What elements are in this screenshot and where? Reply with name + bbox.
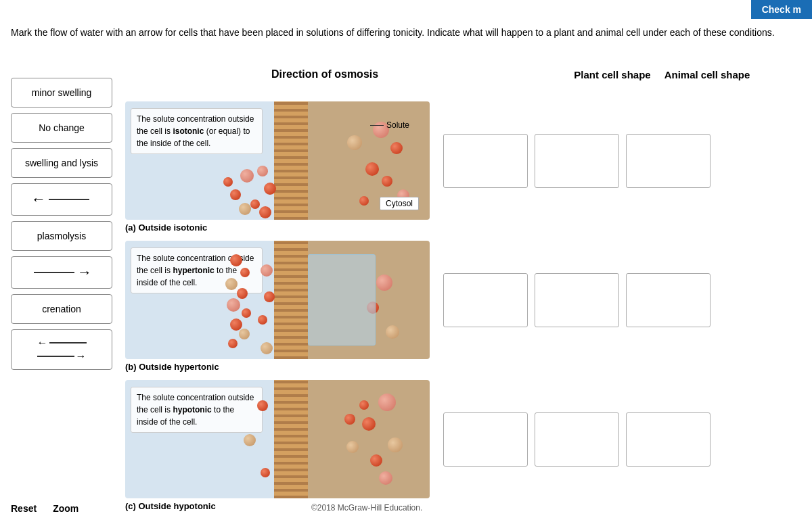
row-hypotonic: The solute concentration outside the cel…: [125, 380, 801, 511]
swelling-lysis-label: swelling and lysis: [25, 158, 98, 168]
drag-crenation[interactable]: crenation: [11, 294, 112, 324]
dropzone-hypertonic-osmosis[interactable]: [443, 273, 528, 327]
check-button[interactable]: Check m: [751, 0, 812, 19]
cytosol-label: Cytosol: [380, 197, 419, 210]
minor-swelling-label: minor swelling: [32, 87, 92, 98]
copyright: ©2018 McGraw-Hill Education.: [311, 503, 422, 513]
double-arrow-visual: ← →: [37, 337, 87, 362]
dropzone-isotonic-animal[interactable]: [626, 134, 710, 188]
plasmolysis-label: plasmolysis: [37, 231, 86, 241]
row-label-hypotonic: (c) Outside hypotonic: [125, 501, 801, 511]
dropzone-hypotonic-plant[interactable]: [535, 412, 619, 467]
drag-minor-swelling[interactable]: minor swelling: [11, 78, 112, 108]
drag-no-change[interactable]: No change: [11, 113, 112, 143]
instruction-content: Mark the flow of water with an arrow for…: [11, 27, 775, 38]
row-label-hypertonic: (b) Outside hypertonic: [125, 362, 801, 372]
header-plant: Plant cell shape: [568, 68, 656, 82]
dropzones-hypotonic: [443, 412, 710, 467]
dropzones-hypertonic: [443, 273, 710, 327]
column-headers: Direction of osmosis Plant cell shape An…: [230, 68, 801, 82]
rows-area: The solute concentration outside the cel…: [125, 101, 801, 519]
drag-plasmolysis[interactable]: plasmolysis: [11, 221, 112, 251]
arrow-line: [49, 199, 89, 200]
check-label: Check m: [762, 4, 801, 15]
dropzone-isotonic-plant[interactable]: [535, 134, 619, 188]
solute-label: Solute: [370, 120, 409, 130]
row-label-isotonic: (a) Outside isotonic: [125, 222, 801, 233]
zoom-button[interactable]: Zoom: [53, 503, 78, 514]
dropzone-hypotonic-osmosis[interactable]: [443, 412, 528, 467]
reset-button[interactable]: Reset: [11, 503, 37, 514]
molecules-hypertonic-outside: [125, 241, 430, 359]
dropzone-hypertonic-plant[interactable]: [535, 273, 619, 327]
sidebar: minor swelling No change swelling and ly…: [11, 78, 112, 370]
diagram-isotonic: The solute concentration outside the cel…: [125, 101, 430, 220]
row-isotonic-inner: The solute concentration outside the cel…: [125, 101, 801, 220]
arrow-line-r: [34, 272, 74, 273]
dropzone-hypotonic-animal[interactable]: [626, 412, 710, 467]
row-hypertonic: The solute concentration outside the cel…: [125, 241, 801, 372]
header-animal: Animal cell shape: [663, 68, 751, 82]
row-hypertonic-inner: The solute concentration outside the cel…: [125, 241, 801, 359]
no-change-label: No change: [39, 122, 85, 133]
dropzone-isotonic-osmosis[interactable]: [443, 134, 528, 188]
row-label-text-hypertonic: (b) Outside hypertonic: [125, 362, 219, 372]
molecules-hypotonic: [125, 380, 430, 498]
drag-arrow-left[interactable]: ←: [11, 183, 112, 216]
crenation-label: crenation: [42, 304, 81, 314]
header-osmosis: Direction of osmosis: [230, 68, 420, 82]
diagram-hypertonic: The solute concentration outside the cel…: [125, 241, 430, 359]
solute-text: Solute: [386, 120, 409, 130]
diagram-hypotonic: The solute concentration outside the cel…: [125, 380, 430, 498]
drag-arrow-double[interactable]: ← →: [11, 329, 112, 370]
dropzone-hypertonic-animal[interactable]: [626, 273, 710, 327]
bottom-bar: Reset Zoom: [11, 503, 78, 514]
drag-arrow-right[interactable]: →: [11, 256, 112, 289]
cytosol-text: Cytosol: [386, 199, 413, 208]
drag-swelling-lysis[interactable]: swelling and lysis: [11, 148, 112, 178]
arrow-right-label: →: [77, 264, 92, 281]
row-label-text-hypotonic: (c) Outside hypotonic: [125, 501, 216, 511]
instruction-text: Mark the flow of water with an arrow for…: [11, 26, 801, 40]
copyright-text: ©2018 McGraw-Hill Education.: [311, 503, 422, 513]
row-isotonic: The solute concentration outside the cel…: [125, 101, 801, 233]
dropzones-isotonic: [443, 134, 710, 188]
row-label-text-isotonic: (a) Outside isotonic: [125, 222, 207, 233]
arrow-left-label: ←: [31, 191, 46, 208]
row-hypotonic-inner: The solute concentration outside the cel…: [125, 380, 801, 498]
